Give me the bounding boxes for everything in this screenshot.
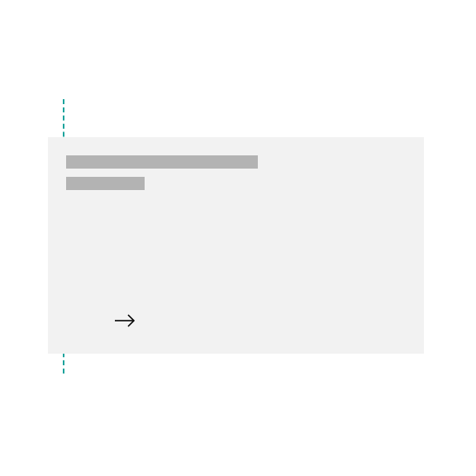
skeleton-line xyxy=(66,177,145,190)
arrow-right-icon[interactable] xyxy=(114,312,137,329)
skeleton-line xyxy=(66,155,258,169)
content-card xyxy=(48,137,424,354)
stage xyxy=(0,0,476,476)
